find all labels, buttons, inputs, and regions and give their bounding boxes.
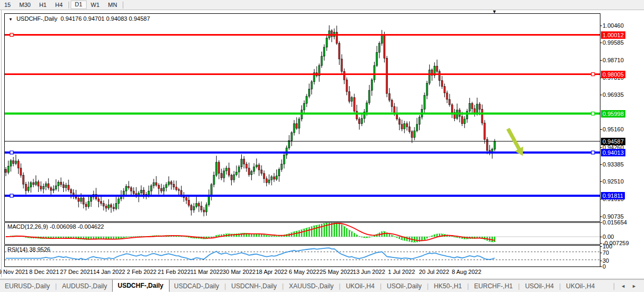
chart-title: ▼USDCHF-,Daily 0.94176 0.94701 0.94083 0… bbox=[9, 15, 150, 22]
chart-ohlc-values: 0.94176 0.94701 0.94083 0.94587 bbox=[61, 15, 150, 22]
date-axis-label: 2 Feb 2022 bbox=[127, 269, 157, 275]
chart-tab-audusd[interactable]: AUDUSD-,Daily bbox=[57, 281, 112, 291]
price-level-badge: 0.91811 bbox=[601, 192, 625, 199]
price-chart-canvas[interactable] bbox=[5, 14, 600, 221]
price-axis-tick: 1.00460 bbox=[603, 22, 624, 29]
chart-tab-eurusd[interactable]: EURUSD-,Daily bbox=[0, 281, 55, 291]
timeframe-button-w1[interactable]: W1 bbox=[87, 1, 104, 9]
price-axis-tick: 0.93385 bbox=[603, 161, 624, 168]
price-chart-panel bbox=[4, 13, 600, 222]
price-axis-tick: 0.98710 bbox=[603, 57, 624, 64]
date-axis-label: 8 Aug 2022 bbox=[452, 269, 481, 275]
macd-axis-tick: 0.00 bbox=[603, 233, 614, 240]
chart-tab-bar: EURUSD-,Daily|AUDUSD-,DailyUSDCHF-,Daily… bbox=[0, 279, 644, 292]
price-axis-tick: 0.96935 bbox=[603, 91, 624, 98]
chart-symbol-label: USDCHF-,Daily bbox=[16, 15, 57, 22]
rsi-indicator-panel bbox=[4, 245, 600, 267]
date-axis-label: 8 Dec 2021 bbox=[29, 269, 59, 275]
rsi-axis-tick: 0 bbox=[603, 263, 606, 270]
rsi-axis-tick: 70 bbox=[603, 249, 609, 256]
chart-tab-ukoil[interactable]: UKOil-,H4 bbox=[561, 281, 599, 291]
macd-axis-tick: 0.015654 bbox=[603, 219, 627, 226]
chart-dropdown-icon[interactable]: ▼ bbox=[9, 17, 13, 22]
date-axis-label: 25 May 2022 bbox=[320, 269, 354, 275]
metatrader-chart-window: 15M30H1H4D1W1MN ▼USDCHF-,Daily 0.94176 0… bbox=[0, 0, 644, 292]
timeframe-toolbar: 15M30H1H4D1W1MN bbox=[0, 0, 644, 10]
rsi-axis-tick: 30 bbox=[603, 257, 609, 264]
tab-scroll-controls: ◄► bbox=[609, 283, 644, 290]
timeframe-button-m30[interactable]: M30 bbox=[15, 1, 35, 9]
chart-tab-eurchf[interactable]: EURCHF-,H1 bbox=[469, 281, 518, 291]
price-level-badge: 0.95998 bbox=[601, 110, 625, 118]
date-axis-label: 6 May 2022 bbox=[289, 269, 319, 275]
chart-tab-usoil[interactable]: USOil-,Daily bbox=[382, 281, 426, 291]
scroll-left-icon[interactable]: ◄ bbox=[621, 283, 625, 289]
workspace-left-border bbox=[1, 10, 2, 277]
scroll-right-icon[interactable]: ► bbox=[632, 283, 637, 289]
chart-tab-hk50[interactable]: HK50-,H1 bbox=[429, 281, 467, 291]
price-axis-tick: 0.95160 bbox=[603, 126, 624, 133]
chart-tab-ukoil[interactable]: UKOil-,H4 bbox=[341, 281, 379, 291]
chart-tab-xauusd[interactable]: XAUUSD-,Daily bbox=[284, 281, 338, 291]
price-level-badge: 1.00012 bbox=[601, 31, 625, 39]
date-axis: 19 Nov 20218 Dec 202127 Dec 202114 Jan 2… bbox=[4, 269, 600, 277]
chart-shift-marker-icon[interactable]: ▼ bbox=[492, 9, 497, 14]
macd-label: MACD(12,26,9) -0.006098 -0.004622 bbox=[7, 223, 104, 230]
price-level-badge: 0.94587 bbox=[601, 138, 625, 145]
date-axis-label: 13 Jun 2022 bbox=[353, 269, 385, 275]
rsi-canvas[interactable] bbox=[5, 246, 600, 266]
price-level-badge: 0.94013 bbox=[601, 149, 625, 156]
price-level-badge: 0.98005 bbox=[601, 71, 625, 78]
toolbar-separator bbox=[123, 2, 123, 9]
price-axis-tick: 0.99585 bbox=[603, 39, 624, 46]
timeframe-button-h4[interactable]: H4 bbox=[51, 1, 67, 9]
date-axis-label: 21 Feb 2022 bbox=[158, 269, 191, 275]
date-axis-label: 1 Jul 2022 bbox=[388, 269, 415, 275]
date-axis-label: 11 Mar 2022 bbox=[190, 269, 223, 275]
date-axis-label: 27 Dec 2021 bbox=[60, 269, 93, 275]
date-axis-label: 20 Jul 2022 bbox=[419, 269, 449, 275]
toolbar-separator bbox=[69, 2, 69, 9]
timeframe-button-15[interactable]: 15 bbox=[0, 1, 15, 9]
timeframe-button-mn[interactable]: MN bbox=[104, 1, 121, 9]
rsi-axis-tick: 100 bbox=[603, 243, 612, 249]
rsi-label: RSI(14) 38.9526 bbox=[7, 246, 50, 253]
tab-scroll-separator bbox=[614, 283, 614, 290]
chart-tab-usdcnh[interactable]: USDCNH-,Daily bbox=[226, 281, 281, 291]
date-axis-label: 14 Jan 2022 bbox=[93, 269, 125, 275]
price-axis-tick: 0.92510 bbox=[603, 178, 624, 185]
date-axis-label: 18 Apr 2022 bbox=[256, 269, 287, 275]
date-axis-label: 30 Mar 2022 bbox=[223, 269, 256, 275]
timeframe-button-h1[interactable]: H1 bbox=[35, 1, 51, 9]
chart-tab-usdchf[interactable]: USDCHF-,Daily bbox=[112, 279, 170, 292]
date-axis-label: 19 Nov 2021 bbox=[0, 269, 28, 275]
timeframe-button-d1[interactable]: D1 bbox=[71, 1, 87, 9]
chart-tab-usdcad[interactable]: USDCAD-,Daily bbox=[170, 281, 224, 291]
status-divider bbox=[0, 278, 644, 279]
chart-tab-usoil[interactable]: USOil-,H4 bbox=[520, 281, 558, 291]
